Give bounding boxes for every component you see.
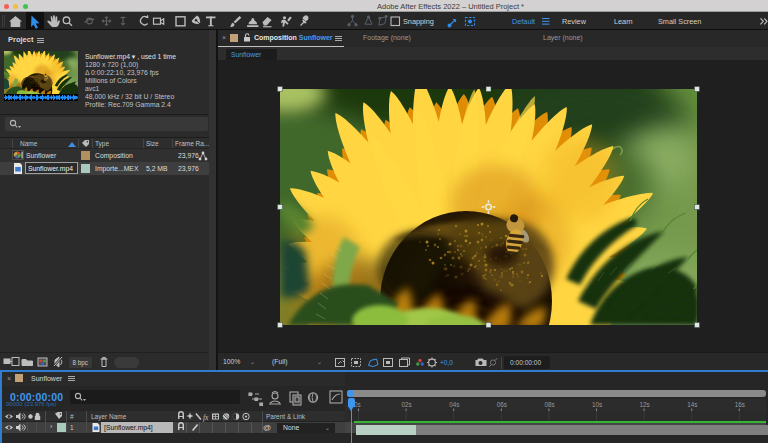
svg-text:02s: 02s <box>402 401 412 408</box>
svg-text:fx: fx <box>203 413 209 422</box>
svg-text:16s: 16s <box>735 401 745 408</box>
svg-text:10s: 10s <box>592 401 602 408</box>
svg-text:Snapping: Snapping <box>403 17 434 26</box>
svg-text:Review: Review <box>562 17 587 26</box>
svg-text:#: # <box>70 413 74 420</box>
svg-text:Learn: Learn <box>614 17 633 26</box>
svg-text:Small Screen: Small Screen <box>658 17 701 26</box>
svg-text:Default: Default <box>512 17 535 26</box>
svg-text:14s: 14s <box>687 401 697 408</box>
svg-text:12s: 12s <box>640 401 650 408</box>
svg-text:+0,0: +0,0 <box>440 359 453 366</box>
svg-text:08s: 08s <box>544 401 554 408</box>
svg-text:06s: 06s <box>497 401 507 408</box>
svg-text:04s: 04s <box>449 401 459 408</box>
